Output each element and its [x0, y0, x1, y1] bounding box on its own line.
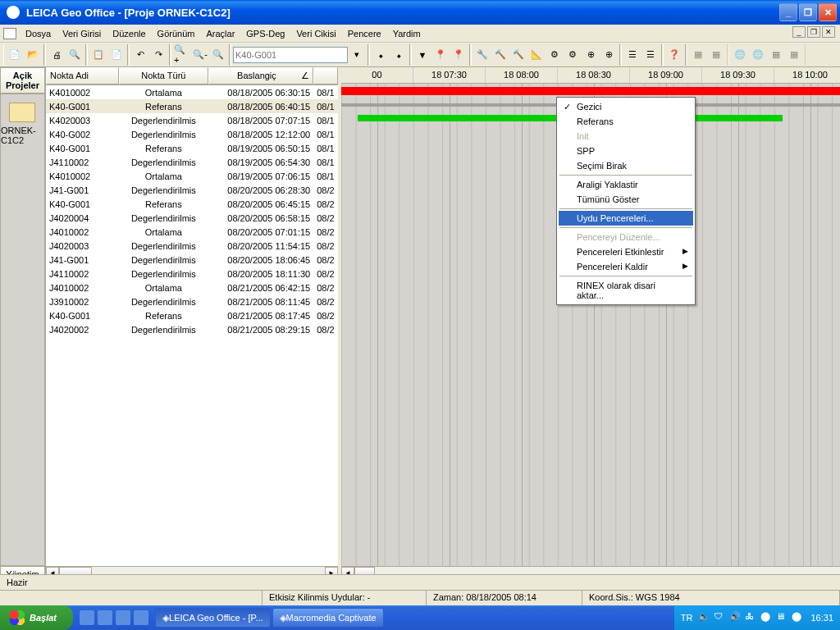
ql-desktop-icon[interactable]: [98, 610, 112, 625]
copy-button[interactable]: 📋: [89, 46, 107, 64]
ql-app-icon[interactable]: [116, 610, 130, 625]
zoomin-button[interactable]: 🔍+: [173, 46, 191, 64]
open-button[interactable]: 📂: [24, 46, 42, 64]
tray-lang[interactable]: TR: [681, 613, 693, 623]
filter-button[interactable]: ▼: [413, 46, 431, 64]
close-button[interactable]: ✕: [819, 3, 837, 21]
tray-icon-4[interactable]: 🖧: [745, 611, 758, 624]
tray-clock[interactable]: 16:31: [810, 613, 833, 623]
sidebar-body: ORNEK-C1C2: [0, 94, 45, 566]
taskbar-button[interactable]: ◈ Macromedia Captivate: [272, 608, 384, 628]
context-item[interactable]: Uydu Pencereleri...: [559, 211, 693, 226]
tool3-button[interactable]: 🔨: [509, 46, 527, 64]
column-header[interactable]: Nokta Adi: [46, 67, 119, 84]
table-row[interactable]: K40-G001Referans08/21/2005 08:17:4508/2: [46, 308, 338, 322]
point-combo[interactable]: [233, 47, 348, 63]
table-row[interactable]: J4010002Ortalama08/21/2005 06:42:1508/2: [46, 281, 338, 294]
mdi-minimize[interactable]: _: [792, 26, 806, 38]
zoomout-button[interactable]: 🔍-: [191, 46, 209, 64]
table-row[interactable]: J3910002Degerlendirilmis08/21/2005 08:11…: [46, 294, 338, 308]
table-row[interactable]: K4010002Ortalama08/18/2005 06:30:1508/1: [46, 85, 338, 99]
context-item[interactable]: Referans: [559, 114, 693, 129]
table-row[interactable]: J4010002Ortalama08/20/2005 07:01:1508/2: [46, 225, 338, 239]
table-row[interactable]: J4020004Degerlendirilmis08/20/2005 06:58…: [46, 211, 338, 225]
menu-yardim[interactable]: Yardim: [387, 27, 427, 40]
menu-düzenle[interactable]: Düzenle: [107, 27, 151, 40]
maximize-button[interactable]: ❐: [799, 3, 817, 21]
table-row[interactable]: J4020003Degerlendirilmis08/20/2005 11:54…: [46, 239, 338, 253]
start-button[interactable]: Başlat: [0, 605, 73, 630]
undo-button[interactable]: ↶: [131, 46, 149, 64]
system-tray: TR 🔈 🛡 🔊 🖧 ⬤ 🖥 ⬤ 16:31: [674, 605, 840, 630]
context-item[interactable]: Gezici✓: [559, 99, 693, 114]
print-button[interactable]: 🖨: [48, 46, 66, 64]
table-row[interactable]: J41-G001Degerlendirilmis08/20/2005 18:06…: [46, 253, 338, 267]
context-item[interactable]: Tümünü Göster: [559, 192, 693, 207]
column-header[interactable]: Nokta Türü: [119, 67, 208, 84]
table-row[interactable]: K40-G001Referans08/18/2005 06:40:1508/1: [46, 99, 338, 113]
tool1-button[interactable]: 🔧: [473, 46, 491, 64]
tool2-button[interactable]: 🔨: [491, 46, 509, 64]
context-item[interactable]: Pencereleri Kaldir▶: [559, 259, 693, 274]
menu-gps-deg[interactable]: GPS-Deg: [240, 27, 290, 40]
tray-icon-5[interactable]: ⬤: [760, 611, 774, 624]
menu-pencere[interactable]: Pencere: [342, 27, 387, 40]
menu-dosya[interactable]: Dosya: [20, 27, 57, 40]
combo-drop[interactable]: ▾: [348, 46, 366, 64]
tool5-button[interactable]: ⚙: [546, 46, 564, 64]
menu-görünüm[interactable]: Görünüm: [152, 27, 201, 40]
tray-icon-2[interactable]: 🛡: [714, 611, 727, 624]
tool6-button[interactable]: ⚙: [564, 46, 582, 64]
proc1-button[interactable]: ☰: [623, 46, 641, 64]
column-header[interactable]: [313, 67, 338, 84]
marker2-button[interactable]: 📍: [450, 46, 468, 64]
context-item[interactable]: RINEX olarak disari aktar...: [559, 278, 693, 303]
nav2-button[interactable]: ⬥: [390, 46, 408, 64]
tray-icon-7[interactable]: ⬤: [792, 611, 805, 624]
table-row[interactable]: J4020002Degerlendirilmis08/21/2005 08:29…: [46, 322, 338, 336]
status-bar: Hazir Etkisiz Kilinmis Uydular: - Zaman:…: [0, 574, 840, 605]
table-cell: 08/18/2005 06:40:15: [208, 101, 314, 112]
menu-veri girisi[interactable]: Veri Girisi: [57, 27, 107, 40]
timeline-tick: 18 09:00: [630, 67, 702, 83]
table-row[interactable]: J4110002Degerlendirilmis08/19/2005 06:54…: [46, 155, 338, 169]
nav1-button[interactable]: ⬥: [372, 46, 390, 64]
tray-icon-1[interactable]: 🔈: [698, 611, 711, 624]
paste-button[interactable]: 📄: [107, 46, 126, 64]
tray-icon-3[interactable]: 🔊: [729, 611, 742, 624]
zoomfit-button[interactable]: 🔍: [209, 46, 227, 64]
table-row[interactable]: K40-G001Referans08/19/2005 06:50:1508/1: [46, 141, 338, 155]
context-item[interactable]: Seçimi Birak: [559, 158, 693, 173]
ql-ie-icon[interactable]: [80, 610, 94, 625]
table-row[interactable]: K4010002Ortalama08/19/2005 07:06:1508/1: [46, 169, 338, 183]
help-button[interactable]: ❓: [665, 46, 683, 64]
redo-button[interactable]: ↷: [149, 46, 167, 64]
menu-araçlar[interactable]: Araçlar: [200, 27, 240, 40]
table-row[interactable]: K4020003Degerlendirilmis08/18/2005 07:07…: [46, 113, 338, 127]
proc2-button[interactable]: ☰: [641, 46, 660, 64]
context-item[interactable]: Pencereleri Etkinlestir▶: [559, 244, 693, 259]
timeline-bar-red[interactable]: [341, 87, 840, 95]
new-button[interactable]: 📄: [6, 46, 24, 64]
tool4-button[interactable]: 📐: [527, 46, 546, 64]
tray-icon-6[interactable]: 🖥: [776, 611, 789, 624]
mdi-close[interactable]: ✕: [822, 26, 835, 38]
preview-button[interactable]: 🔍: [66, 46, 84, 64]
table-row[interactable]: K40-G001Referans08/20/2005 06:45:1508/2: [46, 197, 338, 211]
table-row[interactable]: J4110002Degerlendirilmis08/20/2005 18:11…: [46, 267, 338, 281]
mdi-restore[interactable]: ❐: [807, 26, 820, 38]
table-row[interactable]: K40-G002Degerlendirilmis08/18/2005 12:12…: [46, 127, 338, 141]
tool7-button[interactable]: ⊕: [582, 46, 600, 64]
column-header[interactable]: Baslangiç ∠: [208, 67, 314, 84]
tool8-button[interactable]: ⊕: [600, 46, 618, 64]
project-icon[interactable]: [9, 103, 35, 122]
project-label[interactable]: ORNEK-C1C2: [1, 126, 44, 145]
ql-app2-icon[interactable]: [134, 610, 148, 625]
minimize-button[interactable]: _: [779, 3, 797, 21]
taskbar-button[interactable]: ◈ LEICA Geo Office - [P...: [155, 608, 271, 628]
marker-button[interactable]: 📍: [431, 46, 450, 64]
table-row[interactable]: J41-G001Degerlendirilmis08/20/2005 06:28…: [46, 183, 338, 197]
context-item[interactable]: Araligi Yaklastir: [559, 177, 693, 192]
context-item[interactable]: SPP: [559, 144, 693, 158]
menu-veri cikisi[interactable]: Veri Cikisi: [290, 27, 341, 40]
